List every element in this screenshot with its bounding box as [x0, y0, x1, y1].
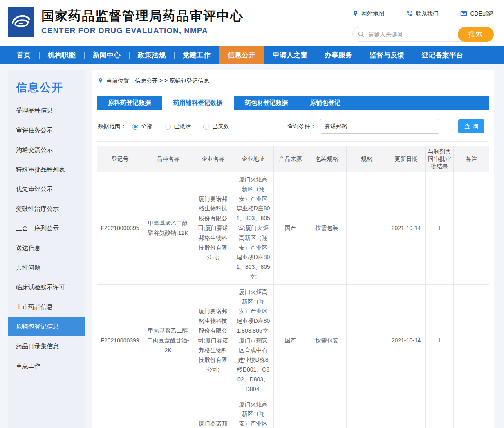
sidebar-item-label: 药品目录集信息 — [16, 342, 59, 350]
nav-item-org-functions[interactable]: 机构职能 — [39, 46, 84, 64]
tab-raw-excipient-reg[interactable]: 原辅包登记 — [301, 96, 349, 110]
quick-link-mail[interactable]: CDE邮箱 — [460, 10, 494, 18]
sidebar-item-key-work[interactable]: 重点工作 — [8, 356, 85, 376]
col-company-address: 企业地址 — [233, 146, 274, 172]
tab-bar: 原料药登记数据 药用辅料登记数据 药包材登记数据 原辅包登记 — [97, 96, 489, 110]
table-cell: 2021-10-14 — [387, 172, 426, 285]
table-cell: 国产 — [274, 284, 307, 397]
quick-link-sitemap[interactable]: 网站地图 — [352, 10, 384, 18]
sidebar-item-review-tasks[interactable]: 审评任务公示 — [8, 120, 85, 140]
sidebar-item-label: 临床试验默示许可 — [16, 284, 65, 291]
tab-excipient-data[interactable]: 药用辅料登记数据 — [162, 96, 234, 110]
table-cell: 2021-10-14 — [387, 284, 426, 397]
sidebar-item-label: 突破性治疗公示 — [16, 205, 59, 213]
cde-swan-logo-icon — [10, 11, 31, 34]
table-cell: 2021-09-29 — [387, 397, 426, 428]
tab-api-data[interactable]: 原料药登记数据 — [99, 96, 160, 110]
nav-item-registration-platform[interactable]: 登记备案平台 — [413, 46, 472, 64]
nav-item-home[interactable]: 首页 — [8, 46, 39, 64]
sidebar-item-accepted-products[interactable]: 受理品种信息 — [8, 101, 85, 120]
sidebar-item-communication[interactable]: 沟通交流公示 — [8, 140, 85, 160]
quick-link-label: 网站地图 — [361, 10, 384, 18]
main-nav: 首页 机构职能 新闻中心 政策法规 党建工作 信息公开 申请人之窗 办事服务 监… — [0, 46, 504, 64]
table-cell: F20210000399 — [97, 284, 143, 397]
location-pin-icon — [352, 10, 358, 18]
envelope-icon — [460, 11, 467, 18]
sidebar-item-label: 原辅包登记信息 — [16, 323, 59, 331]
table-row: F20210000399 甲氧基聚乙二醇二肉豆蔻酰甘油-2K 厦门赛诺邦格生物科… — [97, 284, 489, 397]
table-row: F20210000395 甲氧基聚乙二醇聚谷氨酸钠-12K 厦门赛诺邦格生物科技… — [97, 172, 489, 285]
query-input[interactable] — [320, 119, 439, 134]
title-block: 国家药品监督管理局药品审评中心 CENTER FOR DRUG EVALUATI… — [41, 8, 244, 46]
sidebar-item-priority-review[interactable]: 优先审评公示 — [8, 179, 85, 199]
table-cell: I — [426, 284, 454, 397]
nav-label: 政策法规 — [138, 50, 166, 60]
header-right: 网站地图 联系我们 CDE邮箱 — [352, 10, 494, 42]
body-wrap: 信息公开 受理品种信息 审评任务公示 沟通交流公示 特殊审批品种列表 优先审评公… — [0, 64, 504, 428]
nav-item-party-building[interactable]: 党建工作 — [174, 46, 219, 64]
sidebar-item-special-approval-list[interactable]: 特殊审批品种列表 — [8, 160, 85, 179]
radio-icon — [165, 124, 171, 130]
nav-item-info-disclosure[interactable]: 信息公开 — [219, 46, 264, 64]
table-cell — [347, 172, 387, 285]
table-cell: 按需包装 — [307, 172, 347, 285]
site-header: 国家药品监督管理局药品审评中心 CENTER FOR DRUG EVALUATI… — [0, 0, 504, 46]
radio-label: 已激活 — [174, 123, 191, 130]
radio-icon — [132, 124, 138, 130]
nav-item-applicant-window[interactable]: 申请人之窗 — [264, 46, 316, 64]
table-cell — [347, 397, 387, 428]
sidebar-item-label: 三合一序列公示 — [16, 225, 59, 232]
table-cell — [454, 397, 489, 428]
sidebar-item-raw-excipient-packaging[interactable]: 原辅包登记信息 — [8, 317, 85, 336]
sidebar-item-three-in-one[interactable]: 三合一序列公示 — [8, 219, 85, 238]
nav-item-policies[interactable]: 政策法规 — [129, 46, 174, 64]
radio-expired[interactable]: 已失效 — [203, 123, 229, 130]
quick-link-contact[interactable]: 联系我们 — [406, 10, 439, 18]
location-pin-icon — [98, 77, 103, 85]
sidebar: 信息公开 受理品种信息 审评任务公示 沟通交流公示 特殊审批品种列表 优先审评公… — [8, 70, 85, 428]
sidebar-item-drug-catalog[interactable]: 药品目录集信息 — [8, 336, 85, 356]
site-logo — [8, 7, 34, 37]
sidebar-item-label: 特殊审批品种列表 — [16, 166, 65, 173]
nav-label: 机构职能 — [48, 50, 76, 60]
tab-label: 药包材登记数据 — [245, 99, 288, 107]
col-product-source: 产品来源 — [274, 146, 307, 172]
registration-table: 登记号 品种名称 企业名称 企业地址 产品来源 包装规格 规格 更新日期 与制剂… — [97, 146, 489, 428]
col-product-name: 品种名称 — [143, 146, 193, 172]
sidebar-item-marketed-drugs[interactable]: 上市药品信息 — [8, 297, 85, 317]
nav-label: 申请人之窗 — [273, 50, 307, 60]
sidebar-item-common-issues[interactable]: 共性问题 — [8, 258, 85, 277]
radio-label: 已失效 — [212, 123, 229, 130]
scope-label: 数据范围： — [98, 123, 126, 130]
sidebar-item-delivery-info[interactable]: 送达信息 — [8, 238, 85, 258]
search-button[interactable]: 搜索 — [458, 27, 494, 42]
nav-item-supervision-feedback[interactable]: 监督与反馈 — [361, 46, 413, 64]
tab-label: 药用辅料登记数据 — [173, 99, 222, 107]
nav-item-news-center[interactable]: 新闻中心 — [84, 46, 129, 64]
radio-label: 全部 — [141, 123, 152, 130]
page-title: 国家药品监督管理局药品审评中心 — [41, 8, 244, 24]
sidebar-item-clinical-trial-license[interactable]: 临床试验默示许可 — [8, 277, 85, 297]
tab-label: 原辅包登记 — [310, 99, 340, 107]
nav-label: 新闻中心 — [93, 50, 121, 60]
table-cell: 按需包装 — [307, 397, 347, 428]
radio-icon — [203, 124, 209, 130]
nav-item-services[interactable]: 办事服务 — [316, 46, 361, 64]
query-button[interactable]: 查询 — [458, 119, 484, 133]
tab-packaging-data[interactable]: 药包材登记数据 — [236, 96, 297, 110]
sidebar-item-breakthrough-therapy[interactable]: 突破性治疗公示 — [8, 199, 85, 219]
sidebar-item-label: 审评任务公示 — [16, 126, 53, 134]
table-cell: 国产 — [274, 172, 307, 285]
nav-label: 党建工作 — [183, 50, 211, 60]
sidebar-item-label: 优先审评公示 — [16, 185, 53, 193]
table-cell: 国产 — [274, 397, 307, 428]
magnifier-icon — [358, 31, 365, 39]
sidebar-item-label: 沟通交流公示 — [16, 146, 53, 154]
table-cell: F20210000395 — [97, 172, 143, 285]
nav-label: 首页 — [17, 50, 31, 60]
radio-activated[interactable]: 已激活 — [165, 123, 191, 130]
col-spec: 规格 — [347, 146, 387, 172]
col-registration-no: 登记号 — [97, 146, 143, 172]
nav-label: 登记备案平台 — [421, 50, 463, 60]
radio-all[interactable]: 全部 — [132, 123, 152, 130]
